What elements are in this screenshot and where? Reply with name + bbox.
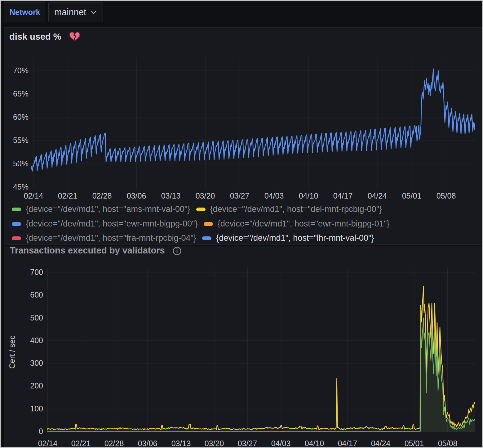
svg-text:03/27: 03/27 — [238, 439, 257, 448]
svg-text:02/14: 02/14 — [38, 439, 58, 448]
svg-text:03/06: 03/06 — [138, 439, 157, 448]
svg-text:55%: 55% — [13, 136, 29, 145]
svg-text:700: 700 — [30, 268, 43, 276]
svg-text:04/03: 04/03 — [271, 439, 291, 448]
svg-text:400: 400 — [30, 336, 43, 345]
svg-text:05/08: 05/08 — [436, 191, 456, 200]
svg-text:500: 500 — [30, 313, 43, 322]
svg-text:04/10: 04/10 — [299, 191, 318, 200]
svg-text:02/21: 02/21 — [71, 439, 91, 448]
svg-text:02/21: 02/21 — [58, 191, 78, 200]
svg-text:03/20: 03/20 — [196, 191, 215, 200]
svg-text:02/28: 02/28 — [104, 439, 124, 448]
svg-text:03/13: 03/13 — [171, 439, 191, 448]
svg-text:05/08: 05/08 — [438, 439, 458, 448]
svg-text:02/28: 02/28 — [92, 191, 112, 200]
svg-text:04/10: 04/10 — [305, 439, 324, 448]
svg-text:300: 300 — [30, 359, 43, 367]
svg-text:02/14: 02/14 — [24, 191, 43, 200]
svg-text:04/17: 04/17 — [338, 439, 357, 448]
svg-text:70%: 70% — [13, 66, 29, 75]
svg-text:50%: 50% — [13, 159, 29, 168]
svg-text:04/17: 04/17 — [333, 191, 353, 200]
svg-text:60%: 60% — [13, 113, 29, 121]
svg-text:600: 600 — [30, 290, 43, 299]
svg-text:03/13: 03/13 — [161, 191, 181, 200]
svg-text:04/24: 04/24 — [371, 439, 391, 448]
svg-text:Cert / sec: Cert / sec — [8, 336, 16, 369]
svg-text:03/27: 03/27 — [230, 191, 250, 200]
svg-text:05/01: 05/01 — [405, 439, 424, 448]
svg-text:100: 100 — [30, 404, 43, 413]
svg-text:04/03: 04/03 — [264, 191, 284, 200]
svg-text:45%: 45% — [13, 182, 29, 191]
svg-text:03/20: 03/20 — [205, 439, 224, 448]
svg-text:200: 200 — [30, 381, 43, 390]
svg-text:05/01: 05/01 — [402, 191, 422, 200]
svg-text:65%: 65% — [13, 89, 29, 98]
svg-text:0: 0 — [39, 427, 43, 436]
svg-text:03/06: 03/06 — [127, 191, 146, 200]
svg-text:04/24: 04/24 — [368, 191, 387, 200]
